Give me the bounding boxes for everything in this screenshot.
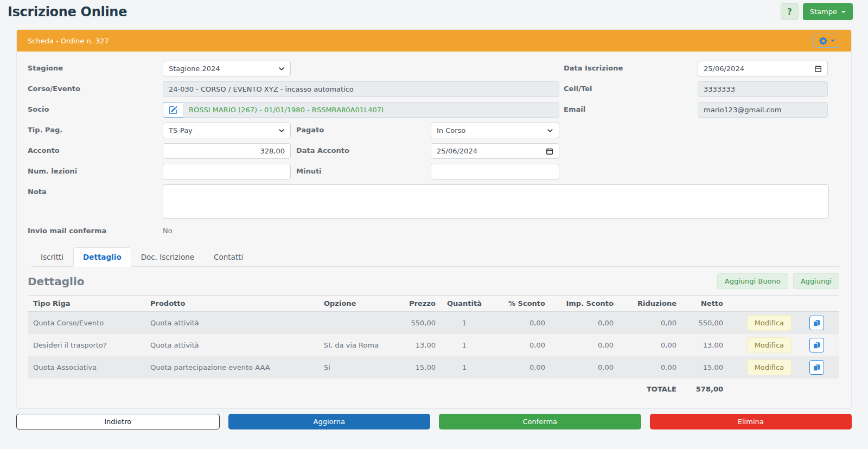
cell-tipo-riga: Desideri il trasporto? — [28, 334, 145, 356]
calendar-icon[interactable] — [814, 65, 822, 73]
tab-doc-iscrizione[interactable]: Doc. Iscrizione — [131, 247, 204, 267]
pencil-square-icon — [169, 106, 177, 114]
modifica-button[interactable]: Modifica — [747, 337, 792, 353]
pagato-selected-value: In Corso — [437, 126, 465, 134]
form-row-invio-mail: Invio mail conferma No — [28, 223, 839, 239]
cell-imp-sconto: 0,00 — [551, 334, 619, 356]
col-prezzo: Prezzo — [400, 296, 441, 312]
dettaglio-section-head: Dettaglio Aggiungi Buono Aggiungi — [28, 273, 839, 289]
form-row-tip-pag: Tip. Pag. TS-Pay Pagato In Corso — [28, 123, 839, 138]
page-title: Iscrizione Online — [8, 4, 127, 20]
card-header: Scheda - Ordine n. 327 — [17, 30, 851, 52]
data-iscrizione-input[interactable]: 25/06/2024 — [698, 61, 828, 76]
help-button[interactable]: ? — [781, 3, 799, 20]
tab-contatti[interactable]: Contatti — [204, 247, 253, 267]
card-body: Stagione Stagione 2024 Data Iscrizione 2… — [17, 52, 851, 400]
tab-dettaglio[interactable]: Dettaglio — [73, 247, 131, 267]
col-tipo-riga: Tipo Riga — [28, 296, 145, 312]
modifica-button[interactable]: Modifica — [747, 360, 792, 375]
cell-prezzo: 550,00 — [400, 312, 441, 335]
acconto-label: Acconto — [28, 143, 163, 155]
acconto-input[interactable] — [163, 143, 291, 159]
pagato-select[interactable]: In Corso — [431, 123, 559, 138]
copy-row-button[interactable] — [809, 316, 824, 330]
aggiungi-buono-button[interactable]: Aggiungi Buono — [717, 273, 788, 289]
table-header-row: Tipo Riga Prodotto Opzione Prezzo Quanti… — [28, 296, 839, 312]
footer-buttons: Indietro Aggiorna Conferma Elimina — [16, 414, 852, 429]
num-lezioni-label: Num. lezioni — [28, 164, 163, 175]
cell-opzione — [318, 312, 400, 335]
table-row: Quota Corso/Evento Quota attività 550,00… — [28, 312, 839, 335]
data-iscrizione-value: 25/06/2024 — [704, 65, 744, 73]
tab-iscritti[interactable]: Iscritti — [31, 247, 73, 267]
cell-tel-label: Cell/Tel — [564, 81, 698, 93]
col-opzione: Opzione — [318, 296, 400, 312]
nota-input[interactable] — [163, 184, 829, 219]
form-row-nota: Nota — [28, 184, 839, 219]
cell-riduzione: 0,00 — [619, 312, 682, 335]
form-row-stagione: Stagione Stagione 2024 Data Iscrizione 2… — [28, 61, 839, 76]
form-row-corso: Corso/Evento 24-030 - CORSO / EVENTO XYZ… — [28, 81, 839, 97]
copy-row-button[interactable] — [809, 360, 824, 375]
corso-evento-label: Corso/Evento — [28, 81, 163, 93]
socio-input-group: ROSSI MARIO (267) - 01/01/1980 - RSSMRA8… — [163, 102, 559, 118]
tip-pag-select[interactable]: TS-Pay — [163, 123, 291, 138]
nota-label: Nota — [28, 184, 163, 196]
gear-icon — [819, 37, 827, 45]
caret-down-icon — [841, 11, 846, 13]
data-acconto-value: 25/06/2024 — [437, 147, 477, 155]
dettaglio-heading: Dettaglio — [28, 275, 85, 288]
stagione-select[interactable]: Stagione 2024 — [163, 61, 291, 76]
stagione-selected-value: Stagione 2024 — [169, 65, 220, 73]
caret-down-icon — [831, 40, 835, 42]
cell-quantita: 1 — [441, 312, 488, 335]
col-actions — [729, 296, 839, 312]
cell-netto: 550,00 — [682, 312, 729, 335]
calendar-icon[interactable] — [546, 147, 553, 155]
minuti-input[interactable] — [431, 164, 559, 179]
copy-row-button[interactable] — [809, 338, 824, 352]
num-lezioni-input[interactable] — [163, 164, 291, 179]
chevron-down-icon — [547, 127, 553, 134]
cell-perc-sconto: 0,00 — [488, 334, 551, 356]
topbar-actions: ? Stampe — [781, 3, 853, 20]
cell-netto: 15,00 — [682, 356, 729, 379]
stagione-label: Stagione — [28, 61, 163, 72]
stampe-dropdown-button[interactable]: Stampe — [803, 3, 853, 20]
copy-icon — [813, 342, 820, 349]
total-label: TOTALE — [619, 379, 682, 400]
edit-socio-button[interactable] — [163, 102, 183, 118]
cell-opzione: Si — [318, 356, 400, 379]
indietro-button[interactable]: Indietro — [16, 414, 220, 429]
tip-pag-label: Tip. Pag. — [28, 123, 163, 134]
cell-quantita: 1 — [441, 356, 488, 379]
data-acconto-label: Data Acconto — [296, 143, 431, 155]
elimina-button[interactable]: Elimina — [650, 414, 852, 429]
table-row: Quota Associativa Quota partecipazione e… — [28, 356, 839, 379]
cell-prezzo: 13,00 — [400, 334, 441, 356]
card-header-title: Scheda - Ordine n. 327 — [28, 37, 109, 45]
col-netto: Netto — [682, 296, 729, 312]
conferma-button[interactable]: Conferma — [439, 414, 641, 429]
cell-perc-sconto: 0,00 — [488, 356, 551, 379]
aggiungi-button[interactable]: Aggiungi — [793, 273, 839, 289]
cell-riduzione: 0,00 — [619, 356, 682, 379]
email-field: mario123@gmail.com — [698, 102, 828, 118]
cell-opzione: SI, da via Roma — [318, 334, 400, 356]
modifica-button[interactable]: Modifica — [747, 315, 792, 331]
form-row-acconto: Acconto Data Acconto 25/06/2024 — [28, 143, 839, 159]
copy-icon — [813, 364, 820, 371]
minuti-label: Minuti — [296, 164, 431, 175]
invio-mail-label: Invio mail conferma — [28, 223, 163, 235]
settings-dropdown-button[interactable] — [813, 34, 840, 48]
invio-mail-value: No — [163, 223, 173, 235]
cell-prezzo: 15,00 — [400, 356, 441, 379]
tab-bar: Iscritti Dettaglio Doc. Iscrizione Conta… — [31, 247, 839, 267]
cell-netto: 13,00 — [682, 334, 729, 356]
email-label: Email — [564, 102, 698, 113]
dettaglio-actions: Aggiungi Buono Aggiungi — [717, 273, 839, 289]
aggiorna-button[interactable]: Aggiorna — [228, 414, 431, 429]
cell-prodotto: Quota attività — [145, 312, 318, 335]
chevron-down-icon — [278, 66, 285, 72]
data-acconto-input[interactable]: 25/06/2024 — [431, 143, 559, 159]
